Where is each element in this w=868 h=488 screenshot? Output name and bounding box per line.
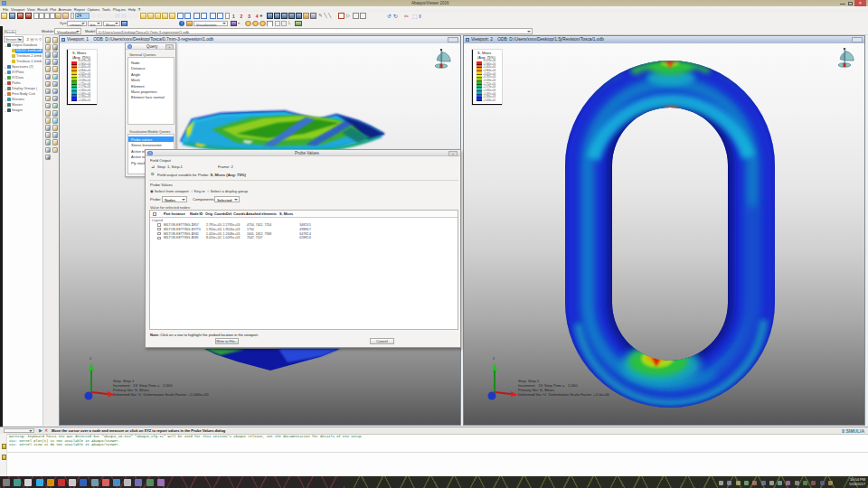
svg-text:2: 2	[90, 356, 92, 361]
svg-text:2: 2	[493, 356, 495, 361]
svg-text:Deformed Var: U Deformation S: Deformed Var: U Deformation Scale Factor…	[518, 392, 610, 397]
svg-text:Deformed Var: U Deformation S: Deformed Var: U Deformation Scale Factor…	[113, 392, 209, 397]
